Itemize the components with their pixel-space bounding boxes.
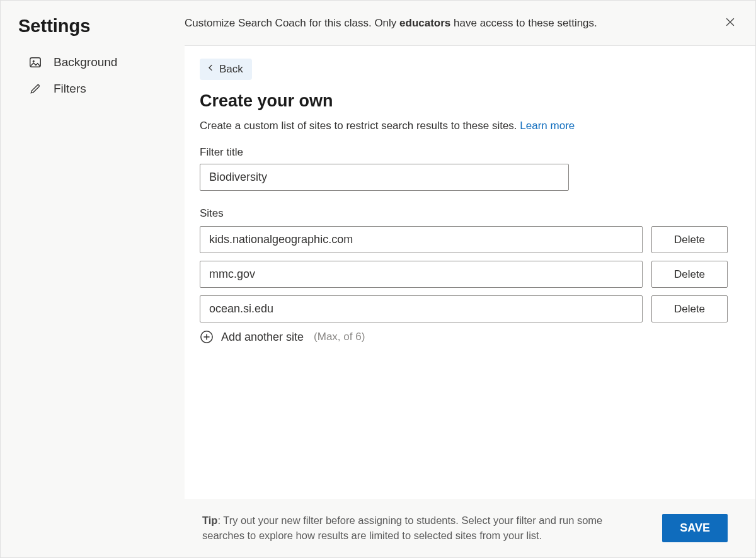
sites-section: Sites Delete Delete Delete (200, 207, 729, 344)
header-bar: Customize Search Coach for this class. O… (185, 1, 755, 46)
delete-button[interactable]: Delete (651, 226, 728, 253)
content-wrapper: Back Create your own Create a custom lis… (185, 46, 755, 557)
site-input[interactable] (200, 295, 643, 322)
back-label: Back (219, 63, 243, 76)
add-max-label: (Max, of 6) (314, 331, 365, 343)
header-text-bold: educators (399, 17, 450, 29)
page-description-text: Create a custom list of sites to restric… (200, 120, 520, 132)
sidebar-item-label: Filters (54, 82, 86, 96)
image-icon (28, 55, 42, 69)
site-row: Delete (200, 226, 729, 253)
learn-more-link[interactable]: Learn more (520, 120, 575, 132)
sidebar-item-label: Background (54, 55, 117, 69)
add-another-site-button[interactable]: Add another site (Max, of 6) (200, 330, 729, 344)
site-row: Delete (200, 295, 729, 322)
back-button[interactable]: Back (200, 59, 252, 80)
sidebar-title: Settings (18, 16, 167, 37)
site-row: Delete (200, 261, 729, 288)
svg-rect-0 (30, 58, 41, 67)
svg-point-1 (33, 60, 35, 62)
footer-tip-text: : Try out your new filter before assigni… (202, 515, 602, 542)
page-description: Create a custom list of sites to restric… (200, 120, 740, 132)
site-input[interactable] (200, 226, 643, 253)
page-title: Create your own (200, 91, 740, 111)
sidebar: Settings Background Filters (1, 1, 185, 557)
plus-circle-icon (200, 330, 214, 344)
header-description: Customize Search Coach for this class. O… (185, 17, 597, 30)
save-button[interactable]: SAVE (662, 514, 728, 542)
filter-title-label: Filter title (200, 146, 740, 159)
settings-dialog: Settings Background Filters (0, 0, 756, 558)
filter-title-input[interactable] (200, 164, 569, 191)
footer-tip-bold: Tip (202, 515, 217, 526)
main-column: Customize Search Coach for this class. O… (185, 1, 755, 557)
header-text-suffix: have access to these settings. (450, 17, 597, 29)
pencil-icon (28, 82, 42, 96)
add-another-label: Add another site (221, 331, 304, 344)
sites-label: Sites (200, 207, 729, 220)
sidebar-item-filters[interactable]: Filters (18, 76, 167, 102)
chevron-left-icon (206, 63, 215, 76)
sidebar-item-background[interactable]: Background (18, 49, 167, 76)
delete-button[interactable]: Delete (651, 261, 728, 288)
close-button[interactable] (720, 12, 740, 34)
footer-bar: Tip: Try out your new filter before assi… (185, 499, 755, 558)
dialog-body: Settings Background Filters (1, 1, 755, 557)
delete-button[interactable]: Delete (651, 295, 728, 322)
footer-tip: Tip: Try out your new filter before assi… (202, 513, 631, 544)
site-input[interactable] (200, 261, 643, 288)
filter-title-group: Filter title (200, 146, 740, 191)
header-text-prefix: Customize Search Coach for this class. O… (185, 17, 399, 29)
close-icon (724, 21, 736, 30)
content-card: Back Create your own Create a custom lis… (185, 46, 755, 499)
